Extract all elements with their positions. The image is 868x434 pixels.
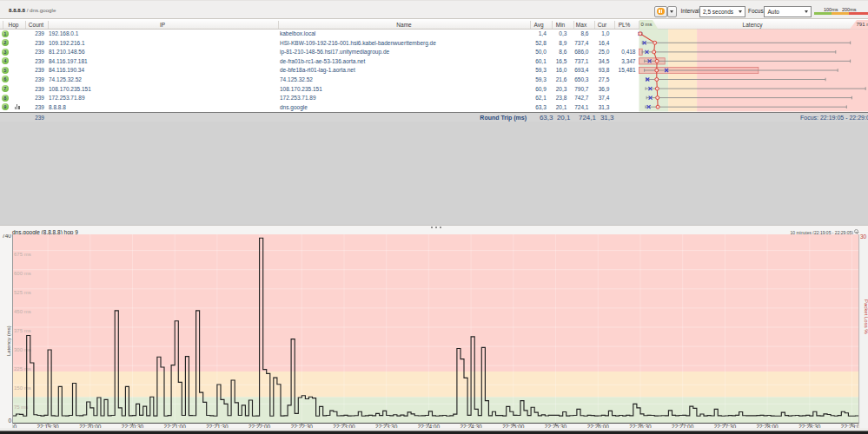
svg-text:225 ms: 225 ms [14, 366, 31, 372]
svg-text:0: 0 [8, 418, 11, 424]
svg-text:450 ms: 450 ms [14, 309, 31, 314]
svg-text:600 ms: 600 ms [14, 271, 31, 276]
svg-text:75 ms: 75 ms [14, 404, 28, 410]
svg-text:525 ms: 525 ms [14, 290, 31, 295]
svg-text:740: 740 [2, 234, 11, 239]
svg-text:675 ms: 675 ms [14, 252, 31, 257]
svg-text:300 ms: 300 ms [14, 347, 31, 352]
svg-text:30: 30 [860, 234, 867, 240]
svg-text:Latency (ms): Latency (ms) [6, 326, 11, 356]
svg-text:Packet Loss %: Packet Loss % [864, 299, 868, 334]
svg-text:150 ms: 150 ms [14, 385, 31, 391]
svg-text:375 ms: 375 ms [14, 328, 31, 333]
